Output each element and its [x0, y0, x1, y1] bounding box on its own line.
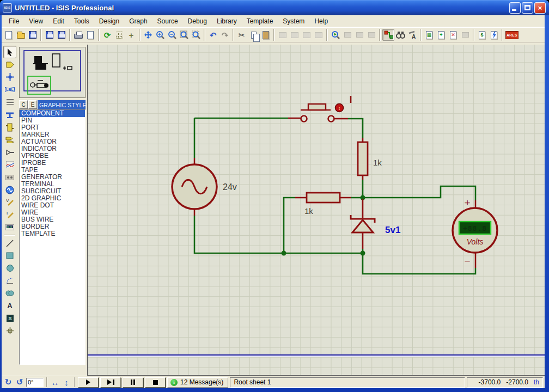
block-move-button[interactable]	[289, 29, 301, 41]
voltage-probe-mode-button[interactable]: V	[3, 196, 16, 209]
subcircuit-mode-button[interactable]	[3, 121, 16, 133]
zoom-in-button[interactable]	[154, 29, 166, 41]
remove-sheet-button[interactable]: ✕	[447, 29, 459, 41]
search-tag-button[interactable]	[394, 29, 406, 41]
simulate-pause-button[interactable]	[123, 377, 143, 388]
mark-output-area-button[interactable]	[84, 29, 96, 41]
resistor-horizontal[interactable]	[307, 193, 340, 203]
schematic-canvas[interactable]: 24v ↕ 1k	[87, 45, 545, 376]
menu-graph[interactable]: Graph	[124, 16, 152, 27]
push-button[interactable]	[301, 104, 334, 122]
property-assignment-button[interactable]: A	[406, 29, 418, 41]
make-device-button[interactable]	[341, 29, 353, 41]
save-file-button[interactable]	[27, 29, 39, 41]
zoom-area-button[interactable]	[190, 29, 202, 41]
2d-symbol-mode-button[interactable]: S	[3, 312, 16, 324]
2d-circle-mode-button[interactable]	[3, 262, 16, 274]
pick-parts-button[interactable]	[330, 29, 341, 41]
redraw-display-button[interactable]: ⟳	[101, 29, 113, 41]
push-button-actuator[interactable]: ↕	[335, 104, 344, 112]
2d-marker-mode-button[interactable]	[3, 324, 16, 337]
menu-design[interactable]: Design	[94, 16, 124, 27]
electrical-rule-check-button[interactable]	[488, 29, 500, 41]
graphic-styles-list[interactable]: COMPONENT PIN PORT MARKER ACTUATOR INDIC…	[19, 109, 86, 365]
rotate-anticlockwise-button[interactable]: ↺	[15, 377, 25, 387]
graph-mode-button[interactable]	[3, 158, 16, 171]
selection-mode-button[interactable]	[3, 46, 16, 58]
2d-text-mode-button[interactable]: A	[3, 299, 16, 312]
goto-sheet-button[interactable]	[459, 29, 471, 41]
mirror-horizontal-button[interactable]: ↔	[50, 378, 60, 387]
2d-box-mode-button[interactable]	[3, 249, 16, 262]
open-file-button[interactable]	[15, 29, 27, 41]
2d-arc-mode-button[interactable]	[3, 274, 16, 287]
menu-template[interactable]: Template	[242, 16, 278, 27]
selector-tab-e[interactable]: E	[28, 100, 37, 109]
svg-text:A: A	[412, 34, 416, 40]
2d-line-mode-button[interactable]	[3, 237, 16, 249]
print-button[interactable]	[72, 29, 84, 41]
menu-debug[interactable]: Debug	[183, 16, 212, 27]
menu-system[interactable]: System	[278, 16, 309, 27]
import-section-button[interactable]	[44, 29, 56, 41]
title-bar[interactable]: ISIS UNTITLED - ISIS Professional ×	[0, 0, 549, 15]
menu-edit[interactable]: Edit	[48, 16, 69, 27]
wire-label-mode-button[interactable]: LBL	[3, 83, 16, 96]
menu-view[interactable]: View	[24, 16, 48, 27]
close-button[interactable]: ×	[534, 2, 546, 14]
zoom-all-button[interactable]	[178, 29, 190, 41]
cut-button[interactable]: ✂	[236, 29, 248, 41]
mirror-vertical-button[interactable]: ↕	[62, 378, 71, 387]
design-explorer-button[interactable]: ▦	[423, 29, 435, 41]
ac-source[interactable]	[172, 164, 217, 209]
copy-button[interactable]	[248, 29, 260, 41]
pan-button[interactable]	[142, 29, 154, 41]
junction-dots[interactable]	[282, 195, 365, 256]
generator-mode-button[interactable]	[3, 183, 16, 196]
block-copy-button[interactable]	[277, 29, 289, 41]
rotation-angle-input[interactable]: 0°	[26, 378, 44, 387]
menu-library[interactable]: Library	[212, 16, 242, 27]
selector-tab-c[interactable]: C	[19, 100, 28, 109]
zoom-out-button[interactable]	[166, 29, 178, 41]
rotate-clockwise-button[interactable]: ↻	[3, 377, 13, 387]
netlist-to-ares-button[interactable]: ARES	[505, 29, 519, 41]
packaging-tool-button[interactable]	[353, 29, 365, 41]
menu-file[interactable]: File	[4, 16, 24, 27]
export-section-button[interactable]	[56, 29, 68, 41]
decompose-button[interactable]	[365, 29, 377, 41]
origin-button[interactable]: +	[125, 29, 137, 41]
bill-of-materials-button[interactable]: $	[476, 29, 488, 41]
design-overview[interactable]	[19, 47, 86, 98]
paste-button[interactable]	[260, 29, 272, 41]
menu-help[interactable]: Help	[309, 16, 333, 27]
virtual-instruments-mode-button[interactable]: 8.8	[3, 221, 16, 234]
junction-dot-mode-button[interactable]	[3, 71, 16, 83]
buses-mode-button[interactable]	[3, 108, 16, 121]
block-delete-button[interactable]	[313, 29, 325, 41]
resistor-vertical[interactable]	[358, 142, 368, 175]
menu-source[interactable]: Source	[152, 16, 183, 27]
device-pin-mode-button[interactable]	[3, 146, 16, 158]
component-mode-button[interactable]	[3, 58, 16, 71]
minimize-button[interactable]	[509, 2, 521, 14]
tape-recorder-mode-button[interactable]	[3, 171, 16, 183]
undo-button[interactable]: ↶	[207, 29, 219, 41]
2d-path-mode-button[interactable]	[3, 287, 16, 299]
redo-button[interactable]: ↷	[219, 29, 231, 41]
wire-autorouter-button[interactable]	[382, 29, 394, 41]
current-probe-mode-button[interactable]: I	[3, 209, 16, 221]
terminal-mode-button[interactable]	[3, 133, 16, 146]
toggle-grid-button[interactable]	[113, 29, 125, 41]
simulate-play-button[interactable]	[78, 377, 99, 388]
text-script-mode-button[interactable]	[3, 96, 16, 108]
simulate-stop-button[interactable]	[145, 377, 166, 388]
maximize-button[interactable]	[522, 2, 533, 14]
menu-tools[interactable]: Tools	[69, 16, 94, 27]
message-box[interactable]: i 12 Message(s)	[167, 377, 228, 388]
block-rotate-button[interactable]	[301, 29, 313, 41]
new-file-button[interactable]	[3, 29, 15, 41]
style-item-template[interactable]: TEMPLATE	[20, 230, 85, 237]
new-sheet-button[interactable]: +	[435, 29, 447, 41]
simulate-step-button[interactable]	[100, 377, 121, 388]
